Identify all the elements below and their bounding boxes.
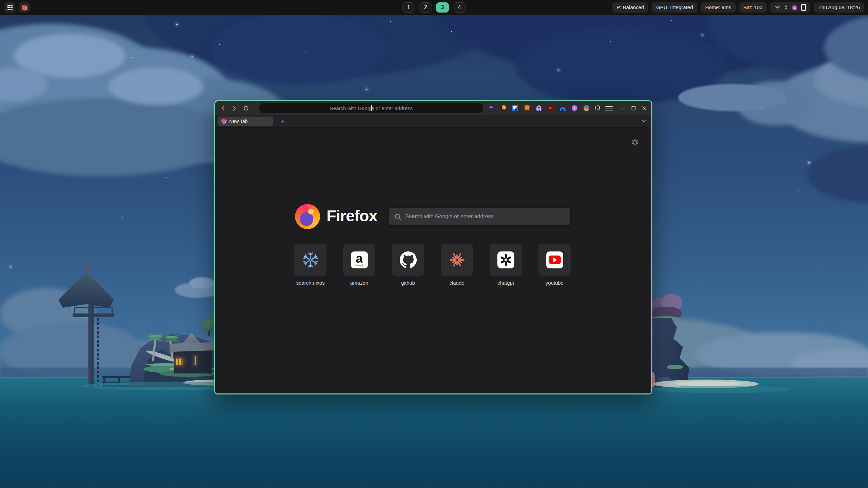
back-button[interactable] [218,103,228,113]
firefox-window: Search with Google or enter address UO ✳ [214,100,652,394]
status-modules: P: Balanced GPU: Integrated Home: 9ms Ba… [612,2,864,13]
close-button[interactable] [640,104,648,112]
system-tray[interactable] [770,2,810,13]
extensions-puzzle-icon[interactable] [594,105,601,111]
wifi-icon [774,5,780,10]
reload-button[interactable] [241,103,251,113]
latency-status: Home: 9ms [701,2,736,13]
new-tab-page: Firefox search.nixos a amazon github [215,128,651,393]
app-grid-icon [7,5,13,10]
shortcut-amazon[interactable]: a amazon [343,244,375,286]
firefox-tab-favicon [221,119,226,124]
url-bar[interactable]: Search with Google or enter address [259,103,483,113]
firefox-icon [22,5,27,11]
workspace-4[interactable]: 4 [453,2,466,13]
amazon-icon: a [351,251,368,268]
goggle-face-extension-icon[interactable] [583,105,590,111]
nixos-snowflake-icon [302,252,319,268]
minimize-button[interactable] [619,104,626,112]
ublock-origin-extension-icon[interactable]: UO [547,105,554,111]
shortcut-github[interactable]: github [392,244,424,286]
workspace-switcher: 1 2 3 4 [402,2,466,13]
extension-buttons: UO ✳ [488,105,590,111]
purple-diamond-extension-icon[interactable] [488,105,495,111]
media-indicator-icon [792,5,797,10]
metamask-fox-extension-icon[interactable] [524,105,530,111]
workspace-3[interactable]: 3 [436,2,449,13]
search-icon [395,214,401,220]
maximize-button[interactable] [630,104,637,112]
firefox-hero: Firefox [215,204,651,231]
new-tab-button[interactable]: + [278,117,287,126]
blue-shield-lock-extension-icon[interactable] [512,105,518,111]
newtab-search-bar[interactable] [389,208,570,225]
gpu-status: GPU: Integrated [652,2,697,13]
window-controls [619,104,648,112]
power-profile-status: P: Balanced [612,2,649,13]
firefox-logo [295,204,320,229]
clock: Thu Aug 08, 18:26 [814,2,864,13]
hex-asterisk-extension-icon[interactable]: ✳ [571,105,578,111]
shortcut-tiles: search.nixos a amazon github claude chat… [294,244,571,286]
workspace-2[interactable]: 2 [419,2,432,13]
phone-icon [801,4,806,11]
tab-new-tab[interactable]: New Tab [218,117,273,126]
openai-knot-icon [497,251,514,268]
claude-starburst-icon [449,252,465,268]
github-octocat-icon [400,251,417,268]
status-bar: 1 2 3 4 P: Balanced GPU: Integrated Home… [0,0,868,15]
tab-bar: New Tab + [215,115,651,128]
hamburger-menu-button[interactable] [605,104,613,112]
bluetooth-icon [784,5,788,10]
vpn-arc-extension-icon[interactable] [559,105,566,111]
newtab-search-input[interactable] [405,213,565,220]
shortcut-search-nixos[interactable]: search.nixos [294,244,327,286]
shortcut-youtube[interactable]: youtube [538,244,571,286]
navigation-toolbar: Search with Google or enter address UO ✳ [215,101,651,115]
list-all-tabs-button[interactable] [642,120,646,123]
shortcut-claude[interactable]: claude [441,244,473,286]
desktop: 1 2 3 4 P: Balanced GPU: Integrated Home… [0,0,868,488]
youtube-play-icon [546,251,563,268]
personalize-gear-icon[interactable] [632,139,638,146]
battery-status: Bat: 100 [739,2,767,13]
ghostery-ghost-extension-icon[interactable] [535,105,542,111]
forward-button[interactable] [230,103,239,113]
firefox-wordmark: Firefox [327,206,377,225]
workspace-1[interactable]: 1 [402,2,415,13]
tab-title: New Tab [229,119,248,124]
shortcut-chatgpt[interactable]: chatgpt [490,244,522,286]
firefox-launcher-button[interactable] [19,2,30,13]
app-launcher-button[interactable] [4,2,15,13]
text-caret [371,105,372,111]
orange-swoosh-extension-icon[interactable] [500,105,507,111]
